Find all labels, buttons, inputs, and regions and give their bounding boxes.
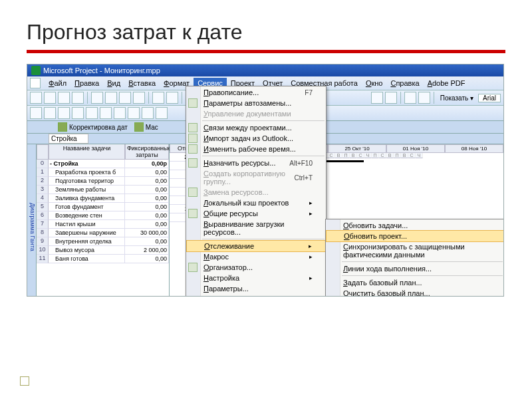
menu-правка[interactable]: Правка xyxy=(70,78,103,88)
menu-item[interactable]: Организатор... xyxy=(186,262,326,273)
table-row[interactable]: 2Подготовка территор0,00 xyxy=(37,177,169,186)
toolbar-btn[interactable] xyxy=(142,107,154,119)
task-name-cell[interactable]: Вывоз мусора xyxy=(49,246,125,255)
row-index: 0 xyxy=(37,160,49,168)
menu-окно[interactable]: Окно xyxy=(362,78,387,88)
table-row[interactable]: 4Заливка фундамента0,00 xyxy=(37,194,169,203)
menu-item[interactable]: Правописание...F7 xyxy=(186,87,326,98)
fixed-cost-cell[interactable]: 0,00 xyxy=(125,186,169,194)
toolbar-btn[interactable] xyxy=(114,107,126,119)
task-name-cell[interactable]: Завершены наружние xyxy=(49,229,125,237)
menu-adobe pdf[interactable]: Adobe PDF xyxy=(424,78,469,88)
task-name-cell[interactable]: Внутренняя отделка xyxy=(49,237,125,246)
fixed-cost-cell[interactable]: 0,00 xyxy=(125,220,169,229)
fixed-cost-cell[interactable]: 0,00р xyxy=(125,160,169,168)
task-name-cell[interactable]: Заливка фундамента xyxy=(49,194,125,203)
view-bar[interactable]: Диаграмма Ганта xyxy=(27,144,37,297)
menu-вставка[interactable]: Вставка xyxy=(124,78,160,88)
active-cell-editor[interactable]: Стройка xyxy=(49,134,88,144)
menu-справка[interactable]: Справка xyxy=(386,78,423,88)
menu-item[interactable]: Выравнивание загрузки ресурсов... xyxy=(186,219,326,237)
toolbar-btn[interactable] xyxy=(166,92,178,104)
col-header-name[interactable]: Название задачи xyxy=(49,144,125,160)
col-header-index[interactable] xyxy=(37,144,49,160)
toolbar-btn[interactable] xyxy=(156,107,168,119)
toolbar-btn[interactable] xyxy=(128,107,140,119)
fixed-cost-cell[interactable]: 0,00 xyxy=(125,255,169,263)
toolbar-btn[interactable] xyxy=(72,107,84,119)
task-name-cell[interactable]: Готов фундамент xyxy=(49,203,125,211)
show-dropdown[interactable]: Показать ▾ xyxy=(438,94,476,102)
task-name-cell[interactable]: Разработка проекта б xyxy=(49,168,125,177)
fixed-cost-cell[interactable]: 0,00 xyxy=(125,177,169,186)
menu-вид[interactable]: Вид xyxy=(103,78,124,88)
menu-item[interactable]: Обновить задачи... xyxy=(326,220,504,231)
fixed-cost-cell[interactable]: 30 000,00 xyxy=(125,229,169,237)
menu-item[interactable]: Связи между проектами... xyxy=(186,122,326,133)
toolbar-btn[interactable] xyxy=(44,92,56,104)
menu-item[interactable]: Параметры автозамены... xyxy=(186,98,326,108)
table-row[interactable]: 8Завершены наружние30 000,00 xyxy=(37,229,169,237)
toolbar-btn[interactable] xyxy=(100,107,112,119)
row-index: 10 xyxy=(37,246,49,255)
fixed-cost-cell[interactable]: 0,00 xyxy=(125,211,169,220)
toolbar-btn[interactable] xyxy=(72,92,84,104)
menu-item-icon xyxy=(188,98,198,108)
toolbar-btn[interactable] xyxy=(58,92,70,104)
table-row[interactable]: 3Земляные работы0,00 xyxy=(37,186,169,194)
font-dropdown[interactable]: Arial xyxy=(478,94,501,102)
menu-item[interactable]: Настройка▸ xyxy=(186,273,326,283)
menu-item[interactable]: Обновить проект... xyxy=(326,230,504,242)
menu-item[interactable]: Параметры... xyxy=(186,283,326,294)
menu-item[interactable]: Импорт задач из Outlook... xyxy=(186,133,326,144)
menu-item[interactable]: Очистить базовый план... xyxy=(326,288,504,297)
toolbar-btn[interactable] xyxy=(371,92,383,104)
fixed-cost-cell[interactable]: 0,00 xyxy=(125,194,169,203)
fixed-cost-cell[interactable]: 0,00 xyxy=(125,237,169,246)
fixed-cost-cell[interactable]: 0,00 xyxy=(125,203,169,211)
table-row[interactable]: 0- Стройка0,00р xyxy=(37,160,169,168)
menu-item[interactable]: Изменить рабочее время... xyxy=(186,144,326,154)
menu-item[interactable]: Общие ресурсы▸ xyxy=(186,208,326,219)
app-window: Microsoft Project - Мониторинг.mpp ФайлП… xyxy=(27,64,504,297)
toolbar-btn[interactable] xyxy=(58,107,70,119)
table-row[interactable]: 6Возведение стен0,00 xyxy=(37,211,169,220)
table-row[interactable]: 10Вывоз мусора2 000,00 xyxy=(37,246,169,255)
toolbar-btn[interactable] xyxy=(385,92,397,104)
task-name-cell[interactable]: Настил крыши xyxy=(49,220,125,229)
btn-wizard[interactable]: Мас xyxy=(134,122,158,132)
toolbar-btn[interactable] xyxy=(86,107,98,119)
task-name-cell[interactable]: Земляные работы xyxy=(49,186,125,194)
table-row[interactable]: 11Баня готова0,00 xyxy=(37,255,169,263)
btn-adjust-dates[interactable]: Корректировка дат xyxy=(58,122,128,132)
menu-файл[interactable]: Файл xyxy=(45,78,70,88)
toolbar-btn[interactable] xyxy=(119,92,131,104)
toolbar-btn[interactable] xyxy=(105,92,117,104)
col-header-fixed[interactable]: Фиксированные затраты xyxy=(125,144,169,160)
table-row[interactable]: 9Внутренняя отделка0,00 xyxy=(37,237,169,246)
toolbar-btn[interactable] xyxy=(418,92,430,104)
task-name-cell[interactable]: Баня готова xyxy=(49,255,125,263)
table-row[interactable]: 7Настил крыши0,00 xyxy=(37,220,169,229)
toolbar-btn[interactable] xyxy=(133,92,145,104)
menu-item[interactable]: Задать базовый план... xyxy=(326,277,504,288)
menu-item[interactable]: Назначить ресурсы...Alt+F10 xyxy=(186,158,326,168)
table-row[interactable]: 5Готов фундамент0,00 xyxy=(37,203,169,211)
toolbar-btn[interactable] xyxy=(404,92,416,104)
fixed-cost-cell[interactable]: 2 000,00 xyxy=(125,246,169,255)
fixed-cost-cell[interactable]: 0,00 xyxy=(125,168,169,177)
timescale-day: В xyxy=(401,153,408,158)
toolbar-btn[interactable] xyxy=(44,107,56,119)
toolbar-btn[interactable] xyxy=(30,92,42,104)
menu-item[interactable]: Отслеживание▸ xyxy=(186,240,326,252)
menu-item[interactable]: Линии хода выполнения... xyxy=(326,263,504,274)
menu-item[interactable]: Макрос▸ xyxy=(186,251,326,262)
toolbar-btn[interactable] xyxy=(91,92,103,104)
table-row[interactable]: 1Разработка проекта б0,00 xyxy=(37,168,169,177)
task-name-cell[interactable]: - Стройка xyxy=(49,160,125,168)
toolbar-btn[interactable] xyxy=(152,92,164,104)
menu-item[interactable]: Локальный кэш проектов▸ xyxy=(186,198,326,208)
task-name-cell[interactable]: Возведение стен xyxy=(49,211,125,220)
task-name-cell[interactable]: Подготовка территор xyxy=(49,177,125,186)
toolbar-btn[interactable] xyxy=(30,107,42,119)
